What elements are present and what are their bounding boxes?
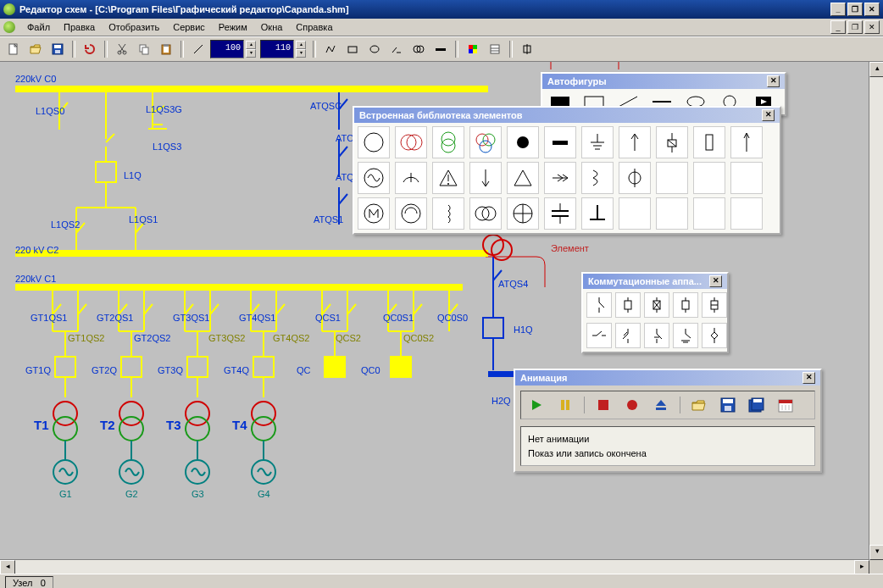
lib-2circle-h-icon[interactable]: [469, 197, 502, 230]
lib-bar-icon[interactable]: [544, 126, 576, 158]
lib-arrow-up-icon[interactable]: [619, 126, 651, 158]
minimize-button[interactable]: _: [830, 3, 846, 16]
lib-perp-icon[interactable]: [581, 197, 614, 230]
lib-blank5-icon[interactable]: [656, 197, 688, 230]
lib-halfcircle-icon[interactable]: [395, 162, 427, 194]
sw-box-mid-icon[interactable]: [702, 292, 727, 318]
menu-service[interactable]: Сервис: [166, 20, 212, 34]
lib-2circle-red-icon[interactable]: [395, 126, 427, 158]
palette-commutation-title[interactable]: Коммутационные аппа... ✕: [583, 274, 727, 289]
color-tool-icon[interactable]: [463, 39, 483, 59]
mdi-close-button[interactable]: ✕: [864, 20, 880, 34]
ellipse-tool-icon[interactable]: [364, 39, 385, 59]
grid-y-spinner[interactable]: ▴▾: [296, 41, 306, 58]
scroll-up-icon[interactable]: ▴: [869, 62, 883, 77]
sw-diamond-icon[interactable]: [702, 323, 727, 348]
sw-h-icon[interactable]: [586, 323, 612, 348]
lib-blank2-icon[interactable]: [693, 162, 725, 194]
lib-phi-icon[interactable]: [619, 162, 651, 194]
misc-tool-icon[interactable]: [517, 39, 537, 59]
paste-icon[interactable]: [156, 39, 176, 59]
save-icon[interactable]: [47, 39, 68, 59]
lib-sine-icon[interactable]: [358, 162, 390, 194]
grid-x-spinner[interactable]: ▴▾: [246, 41, 256, 58]
lib-blank7-icon[interactable]: [730, 197, 763, 230]
anim-pause-icon[interactable]: [555, 395, 575, 415]
line-tool-icon[interactable]: [188, 39, 208, 59]
anim-eject-icon[interactable]: [651, 395, 671, 415]
lib-dblarrow-icon[interactable]: [544, 162, 576, 194]
mdi-minimize-button[interactable]: _: [830, 20, 846, 34]
sw-box-icon[interactable]: [615, 292, 641, 318]
lib-arrow-thin-icon[interactable]: [730, 126, 763, 158]
vertical-scrollbar[interactable]: ▴ ▾: [869, 62, 883, 560]
lib-2circle-green-icon[interactable]: [432, 126, 464, 158]
sw-box2-icon[interactable]: [673, 292, 698, 318]
anim-open-icon[interactable]: [689, 395, 709, 415]
new-file-icon[interactable]: [3, 39, 24, 59]
sw-nc-icon[interactable]: [644, 323, 669, 348]
lib-dot-icon[interactable]: [507, 126, 539, 158]
switch-tool-icon[interactable]: [386, 39, 407, 59]
cut-icon[interactable]: [112, 39, 132, 59]
scroll-down-icon[interactable]: ▾: [869, 545, 883, 560]
menu-help[interactable]: Справка: [289, 20, 339, 34]
horizontal-scrollbar[interactable]: ◂ ▸: [0, 559, 869, 574]
palette-autoshapes-close-icon[interactable]: ✕: [767, 75, 780, 87]
lib-arrow-down-icon[interactable]: [469, 162, 502, 194]
open-file-icon[interactable]: [25, 39, 46, 59]
palette-library[interactable]: Встроенная библиотека элементов ✕: [353, 106, 781, 235]
scroll-left-icon[interactable]: ◂: [0, 560, 15, 574]
menu-file[interactable]: Файл: [20, 20, 57, 34]
palette-commutation-close-icon[interactable]: ✕: [709, 275, 722, 287]
polyline-tool-icon[interactable]: [320, 39, 341, 59]
palette-library-title[interactable]: Встроенная библиотека элементов ✕: [354, 108, 780, 123]
refresh-icon[interactable]: [80, 39, 100, 59]
menu-windows[interactable]: Окна: [254, 20, 290, 34]
sw-ground-icon[interactable]: [673, 323, 698, 348]
sw-open-icon[interactable]: [586, 292, 612, 318]
scroll-right-icon[interactable]: ▸: [854, 560, 869, 574]
lib-blank4-icon[interactable]: [619, 197, 651, 230]
copy-icon[interactable]: [134, 39, 154, 59]
lib-earth-icon[interactable]: [507, 197, 539, 230]
menu-edit[interactable]: Правка: [57, 20, 102, 34]
grid-y-input[interactable]: 110: [260, 40, 294, 58]
palette-autoshapes-title[interactable]: Автофигуры ✕: [542, 74, 785, 89]
anim-saveall-icon[interactable]: [747, 395, 767, 415]
palette-commutation[interactable]: Коммутационные аппа... ✕: [581, 272, 729, 353]
palette-library-close-icon[interactable]: ✕: [762, 109, 775, 121]
lib-blank6-icon[interactable]: [693, 197, 725, 230]
palette-animation-close-icon[interactable]: ✕: [802, 372, 815, 384]
lib-capacitor-icon[interactable]: [544, 197, 576, 230]
restore-button[interactable]: ❐: [847, 3, 863, 16]
lib-coil-icon[interactable]: [432, 197, 464, 230]
lib-cap-icon[interactable]: [656, 126, 688, 158]
menu-mode[interactable]: Режим: [212, 20, 254, 34]
anim-stop-icon[interactable]: [593, 395, 614, 415]
workarea[interactable]: 220kV C0 220 kV C2 220kV C1 L1QS0 L1QS3G…: [0, 62, 883, 574]
lib-blank1-icon[interactable]: [656, 162, 688, 194]
coils-tool-icon[interactable]: [408, 39, 429, 59]
close-button[interactable]: ✕: [864, 3, 880, 16]
lib-blank3-icon[interactable]: [730, 162, 763, 194]
menu-view[interactable]: Отобразить: [102, 20, 166, 34]
lib-3circle-icon[interactable]: [469, 126, 502, 158]
mdi-restore-button[interactable]: ❐: [847, 20, 863, 34]
lib-ground-icon[interactable]: [581, 126, 614, 158]
sw-angle-icon[interactable]: [615, 323, 641, 348]
lib-motor-icon[interactable]: [358, 197, 390, 230]
lib-bcurve-icon[interactable]: [581, 162, 614, 194]
grid-x-input[interactable]: 100: [210, 40, 244, 58]
lib-vrect-icon[interactable]: [693, 126, 725, 158]
anim-save-icon[interactable]: [718, 395, 738, 415]
anim-play-icon[interactable]: [526, 395, 547, 415]
lib-triangle-warn-icon[interactable]: [432, 162, 464, 194]
lib-circle-icon[interactable]: [358, 126, 390, 158]
palette-animation[interactable]: Анимация ✕ Нет анимации Показ или запись…: [514, 369, 822, 473]
anim-record-icon[interactable]: [622, 395, 642, 415]
anim-calendar-icon[interactable]: [775, 395, 796, 415]
properties-icon[interactable]: [485, 39, 505, 59]
rect-tool-icon[interactable]: [342, 39, 363, 59]
palette-animation-title[interactable]: Анимация ✕: [515, 370, 820, 386]
